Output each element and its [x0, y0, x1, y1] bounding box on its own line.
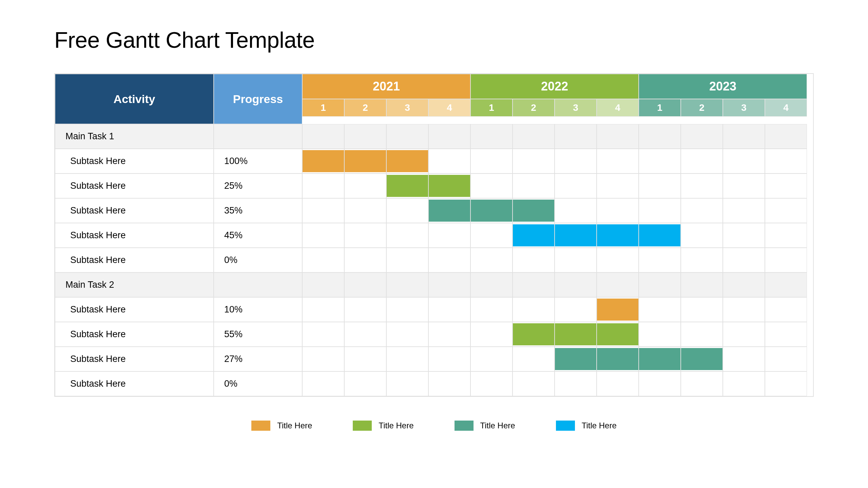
header-quarter: 3 [723, 99, 765, 117]
activity-cell: Main Task 2 [55, 272, 214, 297]
timeline-cell [302, 347, 344, 371]
timeline-cell [639, 223, 681, 248]
legend-item: Title Here [353, 421, 413, 431]
gantt-bar [387, 150, 428, 172]
gantt-bar [429, 175, 470, 197]
gantt-bar [303, 150, 344, 172]
header-quarter: 2 [344, 99, 386, 117]
timeline-cell [765, 174, 807, 198]
timeline-cell [386, 371, 428, 396]
timeline-cell [386, 223, 428, 248]
timeline-cell [344, 297, 386, 322]
legend-item: Title Here [556, 421, 617, 431]
activity-cell: Subtask Here [55, 322, 214, 347]
timeline-cell [470, 347, 513, 371]
progress-cell [214, 272, 302, 297]
activity-cell: Subtask Here [55, 297, 214, 322]
timeline-cell [302, 322, 344, 347]
timeline-cell [386, 248, 428, 272]
timeline-cell [428, 371, 470, 396]
activity-cell: Subtask Here [55, 174, 214, 198]
header-quarter: 1 [470, 99, 513, 117]
timeline-cell [555, 371, 597, 396]
timeline-cell [765, 371, 807, 396]
timeline-cell [513, 248, 555, 272]
timeline-cell [428, 174, 470, 198]
timeline-cell [555, 297, 597, 322]
progress-cell: 27% [214, 347, 302, 371]
timeline-cell [555, 347, 597, 371]
gantt-bar [387, 175, 428, 197]
timeline-cell [639, 198, 681, 223]
activity-cell: Main Task 1 [55, 124, 214, 149]
timeline-cell [386, 198, 428, 223]
timeline-cell [513, 149, 555, 174]
legend-label: Title Here [480, 421, 515, 430]
timeline-cell [639, 347, 681, 371]
header-quarter: 3 [386, 99, 428, 117]
progress-cell: 35% [214, 198, 302, 223]
timeline-cell [597, 174, 639, 198]
timeline-cell [555, 124, 597, 149]
timeline-cell [681, 297, 723, 322]
progress-cell: 45% [214, 223, 302, 248]
timeline-cell [302, 223, 344, 248]
header-activity: Activity [55, 74, 214, 124]
timeline-cell [428, 347, 470, 371]
timeline-cell [639, 124, 681, 149]
activity-cell: Subtask Here [55, 371, 214, 396]
timeline-cell [386, 322, 428, 347]
timeline-cell [302, 174, 344, 198]
legend-swatch-icon [556, 421, 575, 431]
timeline-cell [513, 272, 555, 297]
timeline-cell [428, 272, 470, 297]
timeline-cell [428, 248, 470, 272]
timeline-cell [597, 371, 639, 396]
timeline-cell [513, 174, 555, 198]
progress-cell: 0% [214, 371, 302, 396]
timeline-cell [597, 124, 639, 149]
main-task-row: Main Task 1 [55, 124, 813, 149]
timeline-cell [765, 124, 807, 149]
timeline-cell [639, 371, 681, 396]
timeline-cell [302, 297, 344, 322]
header-quarter: 3 [555, 99, 597, 117]
gantt-bar [555, 224, 596, 246]
timeline-cell [597, 198, 639, 223]
timeline-cell [470, 198, 513, 223]
timeline-cell [344, 149, 386, 174]
activity-cell: Subtask Here [55, 149, 214, 174]
timeline-cell [470, 272, 513, 297]
gantt-bar [597, 299, 638, 321]
timeline-cell [386, 174, 428, 198]
timeline-cell [639, 248, 681, 272]
progress-cell: 0% [214, 248, 302, 272]
timeline-cell [470, 248, 513, 272]
gantt-bar [639, 348, 680, 370]
timeline-cell [513, 223, 555, 248]
timeline-cell [302, 198, 344, 223]
timeline-cell [681, 198, 723, 223]
timeline-cell [681, 371, 723, 396]
timeline-cell [639, 272, 681, 297]
legend-swatch-icon [353, 421, 372, 431]
progress-cell: 25% [214, 174, 302, 198]
legend-item: Title Here [251, 421, 312, 431]
timeline-cell [428, 322, 470, 347]
header-quarter: 4 [765, 99, 807, 117]
timeline-cell [344, 272, 386, 297]
timeline-cell [681, 272, 723, 297]
gantt-bar [639, 224, 680, 246]
gantt-bar [597, 224, 638, 246]
timeline-cell [681, 322, 723, 347]
subtask-row: Subtask Here55% [55, 322, 813, 347]
legend-label: Title Here [277, 421, 312, 430]
timeline-cell [428, 223, 470, 248]
header-progress: Progress [214, 74, 302, 124]
subtask-row: Subtask Here25% [55, 174, 813, 198]
header-quarter: 2 [513, 99, 555, 117]
timeline-cell [597, 149, 639, 174]
timeline-cell [765, 149, 807, 174]
subtask-row: Subtask Here27% [55, 347, 813, 371]
timeline-cell [765, 272, 807, 297]
